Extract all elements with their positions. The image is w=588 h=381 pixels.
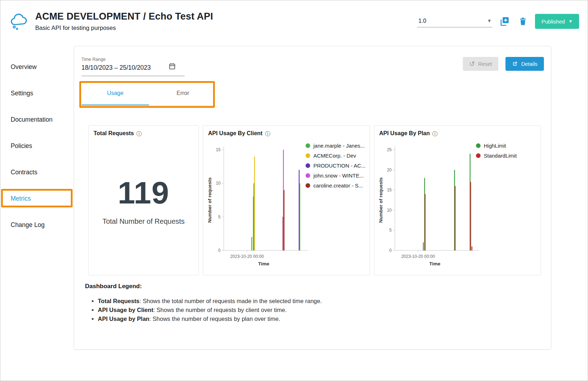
total-requests-value: 119 xyxy=(118,175,169,211)
delete-button[interactable] xyxy=(517,15,529,28)
total-requests-body: 119 Total Number of Requests xyxy=(89,131,198,269)
legend-dot-icon xyxy=(306,173,310,178)
page-title: ACME DEVELOPMENT / Echo Test API xyxy=(35,11,213,22)
chart-legend-item[interactable]: caroline.creator - S... xyxy=(306,182,366,189)
chart-legend-item[interactable]: john.snow - WINTE... xyxy=(306,172,366,179)
sidebar-item-settings[interactable]: Settings xyxy=(0,80,74,106)
reset-label: Reset xyxy=(478,61,492,67)
info-icon[interactable]: ⓘ xyxy=(432,131,438,136)
sidebar-item-metrics[interactable]: Metrics xyxy=(0,185,74,212)
cloud-logo-icon xyxy=(10,12,30,31)
svg-text:0: 0 xyxy=(218,248,221,253)
card-title-text: API Usage By Plan xyxy=(379,130,430,137)
legend-dot-icon xyxy=(306,163,310,168)
header-actions: 1.0 ▼ Published ▼ xyxy=(417,14,579,29)
dashboard-legend-list: Total Requests: Shows the total number o… xyxy=(98,298,322,322)
tab-error[interactable]: Error xyxy=(149,82,217,105)
usage-by-plan-legend: HighLimitStandardLimit xyxy=(476,142,517,159)
legend-bullet: API Usage by Plan: Shows the number of r… xyxy=(98,316,322,322)
app-window: ACME DEVELOPMENT / Echo Test API Basic A… xyxy=(0,0,588,381)
legend-label: HighLimit xyxy=(484,143,506,149)
legend-bullet: Total Requests: Shows the total number o… xyxy=(98,298,322,305)
legend-label: ACMECorp. - Dev xyxy=(313,153,356,159)
legend-label: PRODUCTION - AC... xyxy=(313,163,366,169)
svg-text:2023-10-20 00:00: 2023-10-20 00:00 xyxy=(401,254,435,259)
reset-icon: ↺ xyxy=(469,60,475,67)
card-title-text: API Usage By Client xyxy=(208,130,263,137)
copy-plus-icon xyxy=(499,16,510,27)
svg-text:Time: Time xyxy=(258,261,270,266)
title-block: ACME DEVELOPMENT / Echo Test API Basic A… xyxy=(35,11,213,32)
legend-dot-icon xyxy=(306,183,310,188)
sidebar-item-overview[interactable]: Overview xyxy=(0,54,74,80)
metrics-cards-row: Total Requests ⓘ 119 Total Number of Req… xyxy=(88,125,541,275)
chart-legend-item[interactable]: PRODUCTION - AC... xyxy=(306,162,366,169)
svg-text:2023-10-20 00:00: 2023-10-20 00:00 xyxy=(230,254,264,259)
legend-label: jane.marple - Janes... xyxy=(313,143,365,149)
chart-legend-item[interactable]: ACMECorp. - Dev xyxy=(306,152,366,159)
legend-label: StandardLimit xyxy=(484,153,517,159)
header: ACME DEVELOPMENT / Echo Test API Basic A… xyxy=(0,0,588,42)
total-requests-card: Total Requests ⓘ 119 Total Number of Req… xyxy=(88,125,199,275)
time-range-field[interactable]: Time Range 18/10/2023 – 25/10/2023 xyxy=(81,57,185,76)
svg-text:5: 5 xyxy=(389,228,392,233)
svg-text:5: 5 xyxy=(218,215,221,219)
page-subtitle: Basic API for testing purposes xyxy=(35,25,213,32)
external-link-icon xyxy=(512,61,518,67)
svg-text:15: 15 xyxy=(387,187,392,192)
main-panel: Time Range 18/10/2023 – 25/10/2023 ↺ Res… xyxy=(74,46,551,350)
legend-bullet: API Usage by Client: Shows the number of… xyxy=(98,307,322,313)
sidebar-item-policies[interactable]: Policies xyxy=(0,133,74,159)
trash-icon xyxy=(518,17,528,26)
version-value: 1.0 xyxy=(418,18,426,24)
legend-dot-icon xyxy=(306,153,310,158)
svg-text:Time: Time xyxy=(429,261,441,266)
dashboard-legend: Dashboard Legend: Total Requests: Shows … xyxy=(85,283,322,324)
calendar-icon[interactable] xyxy=(168,62,176,72)
chart-legend-item[interactable]: jane.marple - Janes... xyxy=(306,142,366,149)
details-button[interactable]: Details xyxy=(505,57,544,71)
new-version-button[interactable] xyxy=(498,15,511,28)
tab-usage[interactable]: Usage xyxy=(81,82,149,105)
usage-by-plan-card: API Usage By Plan ⓘ 05101520252023-10-20… xyxy=(374,125,541,275)
svg-text:25: 25 xyxy=(387,147,392,152)
svg-text:Number of requests: Number of requests xyxy=(207,178,212,223)
toolbar: Time Range 18/10/2023 – 25/10/2023 ↺ Res… xyxy=(81,57,544,76)
usage-by-plan-title: API Usage By Plan ⓘ xyxy=(374,126,541,137)
reset-button[interactable]: ↺ Reset xyxy=(463,57,498,71)
usage-by-client-card: API Usage By Client ⓘ 0510152023-10-20 0… xyxy=(203,125,370,275)
toolbar-buttons: ↺ Reset Details xyxy=(463,57,544,71)
sidebar-item-contracts[interactable]: Contracts xyxy=(0,159,74,185)
svg-text:10: 10 xyxy=(216,181,221,186)
time-range-label: Time Range xyxy=(81,57,185,62)
sidebar-nav: OverviewSettingsDocumentationPoliciesCon… xyxy=(0,54,74,238)
usage-by-client-title: API Usage By Client ⓘ xyxy=(203,126,370,137)
legend-dot-icon xyxy=(476,153,481,158)
details-label: Details xyxy=(521,61,537,67)
svg-text:0: 0 xyxy=(389,248,392,253)
published-button[interactable]: Published ▼ xyxy=(535,14,579,29)
chevron-down-icon: ▼ xyxy=(568,19,573,24)
published-label: Published xyxy=(541,18,565,25)
svg-text:20: 20 xyxy=(387,168,392,173)
svg-text:10: 10 xyxy=(387,208,392,213)
tab-bar: Usage Error xyxy=(81,82,217,106)
legend-dot-icon xyxy=(306,143,310,148)
sidebar-item-documentation[interactable]: Documentation xyxy=(0,106,74,133)
svg-text:Number of requests: Number of requests xyxy=(378,178,383,223)
info-icon[interactable]: ⓘ xyxy=(265,131,270,136)
version-select[interactable]: 1.0 ▼ xyxy=(417,16,492,27)
usage-by-client-legend: jane.marple - Janes...ACMECorp. - DevPRO… xyxy=(306,142,366,189)
chart-legend-item[interactable]: StandardLimit xyxy=(476,152,517,159)
legend-dot-icon xyxy=(476,143,481,148)
chevron-down-icon: ▼ xyxy=(487,18,492,23)
svg-text:15: 15 xyxy=(216,147,221,152)
dashboard-legend-heading: Dashboard Legend: xyxy=(85,283,322,290)
chart-legend-item[interactable]: HighLimit xyxy=(476,142,517,149)
legend-label: john.snow - WINTE... xyxy=(313,173,364,179)
sidebar-item-change-log[interactable]: Change Log xyxy=(0,212,74,238)
total-requests-caption: Total Number of Requests xyxy=(102,217,185,226)
legend-label: caroline.creator - S... xyxy=(313,182,363,189)
